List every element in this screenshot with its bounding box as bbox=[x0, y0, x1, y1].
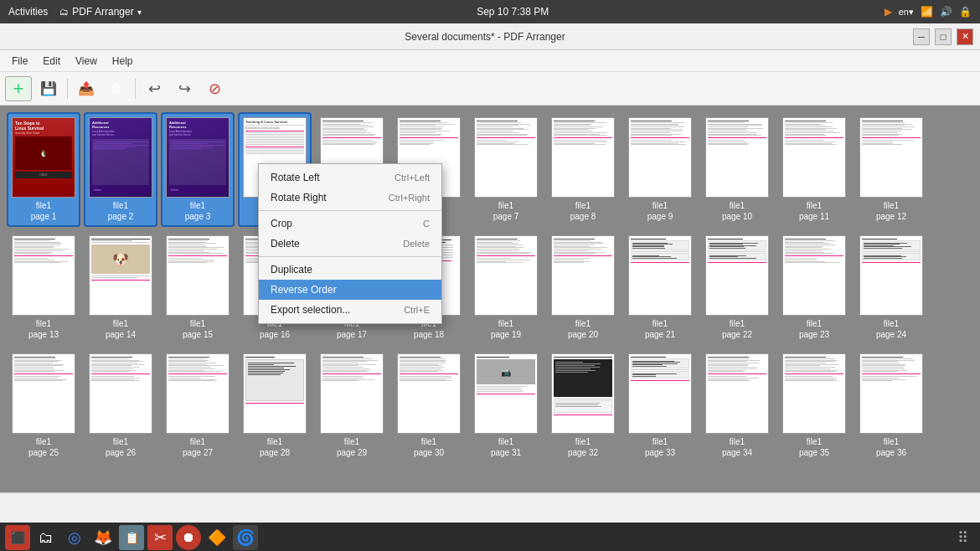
page-thumbnail[interactable]: AdditionalResources Linux Administration… bbox=[85, 114, 156, 225]
page-label: file1 page 19 bbox=[491, 318, 521, 340]
page-label: file1 page 21 bbox=[645, 318, 675, 340]
page-label: file1 page 35 bbox=[799, 436, 829, 458]
taskbar-apps-grid[interactable]: ⠿ bbox=[950, 525, 975, 550]
page-thumbnail[interactable]: file1 page 21 bbox=[625, 232, 695, 343]
page-label: file1 page 13 bbox=[28, 318, 59, 340]
page-label: file1 page 1 bbox=[31, 200, 57, 222]
taskbar-vmware[interactable]: 📋 bbox=[119, 525, 144, 550]
page-label: file1 page 8 bbox=[570, 200, 596, 222]
toolbar-separator-1 bbox=[67, 79, 68, 99]
save-button[interactable]: 💾 bbox=[35, 75, 62, 102]
page-thumbnail[interactable]: file1 page 22 bbox=[702, 232, 772, 343]
page-thumbnail[interactable]: file1 page 20 bbox=[548, 232, 618, 343]
ctx-crop-label: Crop bbox=[271, 218, 292, 229]
page-thumbnail[interactable]: file1 page 24 bbox=[856, 232, 926, 343]
page-thumbnail[interactable]: file1 page 8 bbox=[548, 114, 618, 225]
undo-button[interactable]: ↩ bbox=[141, 75, 168, 102]
page-thumbnail[interactable]: file1 page 19 bbox=[471, 232, 541, 343]
page-thumbnail[interactable]: file1 page 25 bbox=[8, 350, 79, 461]
ctx-rotate-right[interactable]: Rotate Right Ctrl+Right bbox=[259, 188, 441, 208]
window-controls: ─ □ ✕ bbox=[913, 28, 973, 45]
toolbar-separator-2 bbox=[135, 79, 136, 99]
ctx-export-selection[interactable]: Export selection... Ctrl+E bbox=[259, 300, 441, 320]
page-thumbnail[interactable]: file1 page 35 bbox=[779, 350, 849, 461]
menu-file[interactable]: File bbox=[5, 54, 34, 69]
taskbar-screenshot[interactable]: ✂ bbox=[147, 525, 173, 550]
dropdown-icon[interactable]: ▾ bbox=[137, 8, 142, 17]
vlc-tray-icon: ▶ bbox=[885, 6, 892, 18]
page-thumbnail[interactable]: file1 page 23 bbox=[779, 232, 849, 343]
page-thumbnail[interactable]: file1 page 33 bbox=[625, 350, 695, 461]
page-thumbnail[interactable]: file1 page 9 bbox=[625, 114, 695, 225]
menu-edit[interactable]: Edit bbox=[36, 54, 67, 69]
context-menu: Rotate Left Ctrl+Left Rotate Right Ctrl+… bbox=[258, 163, 442, 324]
ctx-export-label: Export selection... bbox=[271, 304, 350, 316]
page-label: file1 page 27 bbox=[183, 436, 213, 458]
page-thumbnail[interactable]: file1 page 30 bbox=[394, 350, 464, 461]
page-label: file1 page 33 bbox=[645, 436, 675, 458]
page-thumbnail[interactable]: file1 page 27 bbox=[162, 350, 233, 461]
taskbar-record[interactable]: ⏺ bbox=[176, 525, 201, 550]
ctx-reverse-order[interactable]: Reverse Order bbox=[259, 280, 441, 300]
page-thumbnail[interactable]: file1 page 34 bbox=[702, 350, 772, 461]
page-label: file1 page 9 bbox=[647, 200, 673, 222]
page-thumbnail[interactable]: file1 page 11 bbox=[779, 114, 849, 225]
page-thumbnail[interactable]: Ten Steps toLinux Survival Seriously Sho… bbox=[8, 114, 79, 225]
ctx-crop[interactable]: Crop C bbox=[259, 214, 441, 234]
language-indicator[interactable]: en▾ bbox=[899, 7, 914, 18]
add-file-button[interactable]: + bbox=[5, 76, 32, 101]
page-label: file1 page 30 bbox=[414, 436, 444, 458]
ctx-delete[interactable]: Delete Delete bbox=[259, 234, 441, 254]
page-thumbnail[interactable]: file1 page 15 bbox=[162, 232, 233, 343]
ctx-rotate-left-label: Rotate Left bbox=[271, 172, 320, 183]
menu-help[interactable]: Help bbox=[106, 54, 140, 69]
page-thumbnail[interactable]: file1 page 26 bbox=[85, 350, 156, 461]
page-thumbnail[interactable]: file1 page 36 bbox=[856, 350, 926, 461]
taskbar-vlc[interactable]: 🔶 bbox=[204, 525, 230, 550]
page-thumbnail[interactable]: file1 page 32 bbox=[548, 350, 618, 461]
ctx-delete-label: Delete bbox=[271, 238, 300, 250]
page-thumbnail[interactable]: 🐶 file1 page 14 bbox=[85, 232, 156, 343]
page-thumbnail[interactable]: file1 page 10 bbox=[702, 114, 772, 225]
taskbar-firefox[interactable]: 🦊 bbox=[90, 525, 116, 550]
ctx-delete-shortcut: Delete bbox=[403, 239, 430, 249]
page-grid[interactable]: Ten Steps toLinux Survival Seriously Sho… bbox=[0, 106, 980, 492]
redo-button[interactable]: ↩ bbox=[171, 75, 198, 102]
minimize-button[interactable]: ─ bbox=[913, 28, 930, 45]
page-thumbnail[interactable]: file1 page 12 bbox=[856, 114, 926, 225]
wifi-icon: 📶 bbox=[921, 6, 933, 18]
extract-button[interactable]: 📤 bbox=[73, 75, 100, 102]
cancel-button[interactable]: ⊘ bbox=[201, 75, 228, 102]
ctx-separator-1 bbox=[259, 210, 441, 211]
system-tray: ▶ en▾ 📶 🔊 🔒 bbox=[885, 6, 972, 18]
page-thumbnail[interactable]: file1 page 28 bbox=[240, 350, 310, 461]
delete-button[interactable]: 🗑 bbox=[103, 75, 130, 102]
page-label: file1 page 29 bbox=[337, 436, 367, 458]
taskbar-files[interactable]: 🗂 bbox=[34, 525, 59, 550]
page-label: file1 page 10 bbox=[722, 200, 752, 222]
taskbar-pdf[interactable]: 🌀 bbox=[233, 525, 258, 550]
title-bar: Several documents* - PDF Arranger ─ □ ✕ bbox=[0, 23, 980, 50]
activities-button[interactable]: Activities bbox=[8, 6, 48, 18]
page-thumbnail[interactable]: file1 page 7 bbox=[471, 114, 541, 225]
status-bar bbox=[0, 492, 980, 523]
ctx-rotate-right-shortcut: Ctrl+Right bbox=[389, 193, 430, 203]
page-label: file1 page 34 bbox=[722, 436, 752, 458]
page-thumbnail[interactable]: file1 page 13 bbox=[8, 232, 79, 343]
ctx-rotate-left-shortcut: Ctrl+Left bbox=[395, 173, 430, 183]
ctx-duplicate[interactable]: Duplicate bbox=[259, 260, 441, 280]
menu-view[interactable]: View bbox=[69, 54, 104, 69]
page-label: file1 page 2 bbox=[108, 200, 134, 222]
taskbar-chrome[interactable]: ◎ bbox=[62, 525, 87, 550]
page-thumbnail[interactable]: AdditionalResources Linux Administration… bbox=[162, 114, 233, 225]
ctx-export-shortcut: Ctrl+E bbox=[404, 305, 430, 315]
page-thumbnail[interactable]: 📷 file1 page 31 bbox=[471, 350, 541, 461]
page-label: file1 page 7 bbox=[493, 200, 519, 222]
taskbar-terminal[interactable]: ⬛ bbox=[5, 525, 30, 550]
ctx-rotate-left[interactable]: Rotate Left Ctrl+Left bbox=[259, 167, 441, 188]
page-thumbnail[interactable]: file1 page 29 bbox=[317, 350, 387, 461]
maximize-button[interactable]: □ bbox=[935, 28, 952, 45]
close-button[interactable]: ✕ bbox=[957, 28, 973, 45]
toolbar: + 💾 📤 🗑 ↩ ↩ ⊘ bbox=[0, 72, 980, 106]
page-label: file1 page 20 bbox=[568, 318, 598, 340]
